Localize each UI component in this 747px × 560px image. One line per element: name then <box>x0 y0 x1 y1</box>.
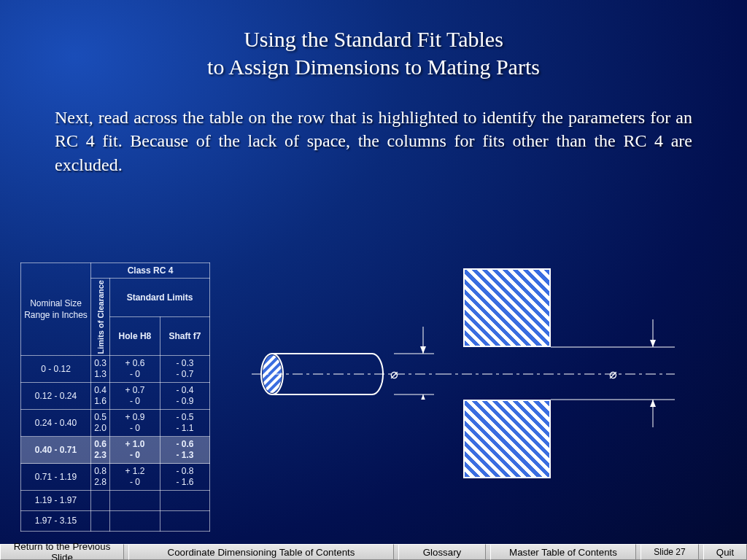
hole-header: Hole H8 <box>110 317 160 356</box>
val-cell <box>110 491 160 511</box>
footer-nav: Return to the Previous Slide Coordinate … <box>0 544 747 560</box>
table-row: 1.97 - 3.15 <box>21 511 210 532</box>
table-row: 0.12 - 0.240.41.6+ 0.7- 0- 0.4- 0.9 <box>21 383 210 410</box>
svg-marker-15 <box>650 340 656 347</box>
parts-diagram: ⌀ ⌀ <box>259 321 719 474</box>
val-cell: + 0.9- 0 <box>110 410 160 437</box>
svg-marker-8 <box>420 346 426 354</box>
val-cell: 0.31.3 <box>91 356 110 383</box>
val-cell <box>110 511 160 532</box>
shaft-dim-arrows <box>394 319 445 400</box>
diameter-symbol-bushing: ⌀ <box>609 366 617 382</box>
return-button[interactable]: Return to the Previous Slide <box>0 544 124 560</box>
val-cell: - 0.5- 1.1 <box>160 410 209 437</box>
range-cell: 0 - 0.12 <box>21 356 91 383</box>
val-cell <box>160 491 209 511</box>
val-cell: + 1.2- 0 <box>110 464 160 491</box>
bushing-bottom <box>463 400 551 478</box>
table-row: 0 - 0.120.31.3+ 0.6- 0- 0.3- 0.7 <box>21 356 210 383</box>
title-line-2: to Assign Dimensions to Mating Parts <box>0 53 747 81</box>
val-cell: - 0.3- 0.7 <box>160 356 209 383</box>
val-cell <box>91 491 110 511</box>
title-line-1: Using the Standard Fit Tables <box>0 26 747 53</box>
range-cell: 0.40 - 0.71 <box>21 437 91 464</box>
svg-marker-17 <box>650 400 656 407</box>
shaft-header: Shaft f7 <box>160 317 209 356</box>
master-toc-button[interactable]: Master Table of Contents <box>490 544 636 560</box>
limits-clearance-header: Limits of Clearance <box>91 279 110 356</box>
nominal-header: Nominal Size Range in Inches <box>21 263 91 356</box>
slide-number: Slide 27 <box>640 544 699 560</box>
val-cell: + 0.7- 0 <box>110 383 160 410</box>
glossary-button[interactable]: Glossary <box>398 544 486 560</box>
val-cell: 0.52.0 <box>91 410 110 437</box>
val-cell: - 0.6- 1.3 <box>160 437 209 464</box>
diameter-symbol-shaft: ⌀ <box>390 366 398 382</box>
coord-toc-button[interactable]: Coordinate Dimensioning Table of Content… <box>128 544 394 560</box>
val-cell <box>160 511 209 532</box>
range-cell: 1.19 - 1.97 <box>21 491 91 511</box>
val-cell: 0.82.8 <box>91 464 110 491</box>
quit-button[interactable]: Quit <box>703 544 747 560</box>
table-row: 0.40 - 0.710.62.3+ 1.0- 0- 0.6- 1.3 <box>21 437 210 464</box>
val-cell: + 0.6- 0 <box>110 356 160 383</box>
bushing-top <box>463 268 551 347</box>
val-cell: - 0.4- 0.9 <box>160 383 209 410</box>
val-cell: + 1.0- 0 <box>110 437 160 464</box>
body-text: Next, read across the table on the row t… <box>55 106 692 176</box>
range-cell: 0.71 - 1.19 <box>21 464 91 491</box>
table-row: 0.71 - 1.190.82.8+ 1.2- 0- 0.8- 1.6 <box>21 464 210 491</box>
range-cell: 0.12 - 0.24 <box>21 383 91 410</box>
range-cell: 0.24 - 0.40 <box>21 410 91 437</box>
val-cell: 0.62.3 <box>91 437 110 464</box>
slide-title: Using the Standard Fit Tables to Assign … <box>0 0 747 80</box>
range-cell: 1.97 - 3.15 <box>21 511 91 532</box>
bushing-dim-arrows <box>551 314 719 452</box>
svg-marker-10 <box>420 394 426 400</box>
val-cell <box>91 511 110 532</box>
std-limits-header: Standard Limits <box>110 279 210 317</box>
val-cell: - 0.8- 1.6 <box>160 464 209 491</box>
fit-table: Nominal Size Range in Inches Class RC 4 … <box>20 262 210 532</box>
class-header: Class RC 4 <box>91 263 210 279</box>
val-cell: 0.41.6 <box>91 383 110 410</box>
table-row: 1.19 - 1.97 <box>21 491 210 511</box>
table-row: 0.24 - 0.400.52.0+ 0.9- 0- 0.5- 1.1 <box>21 410 210 437</box>
